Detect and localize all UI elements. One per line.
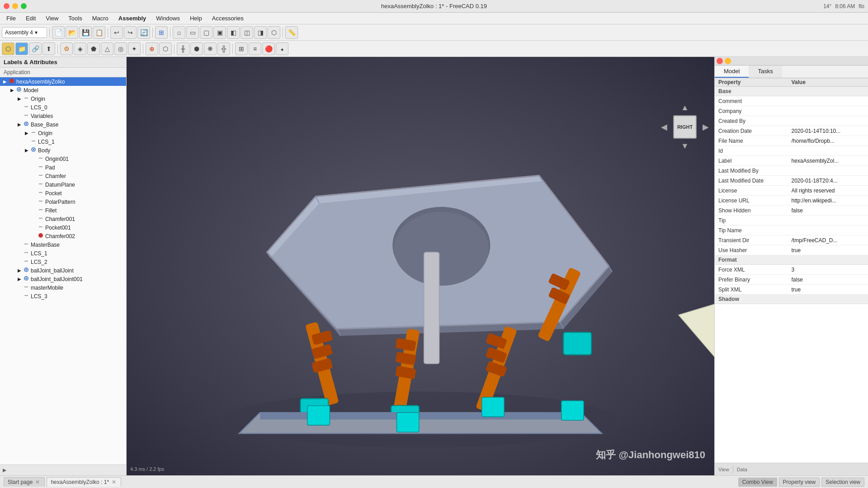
prop-row-created-by[interactable]: Created By: [715, 116, 868, 126]
prop-row-use-hasher[interactable]: Use Hashertrue: [715, 245, 868, 255]
menu-edit[interactable]: Edit: [21, 14, 40, 23]
tree-arrow-Origin[interactable]: ▶: [16, 96, 23, 101]
menu-assembly[interactable]: Assembly: [114, 14, 151, 23]
assembly-btn-1[interactable]: ⚙: [60, 42, 73, 55]
assembly-btn-5[interactable]: ◎: [114, 42, 127, 55]
menu-windows[interactable]: Windows: [151, 14, 184, 23]
3d-viewport[interactable]: ▲ ▼ ◀ ▶ RIGHT 4.3 ms / 2.2 fps 知乎 @Jianh…: [127, 57, 714, 475]
tree-arrow-ballJoint_ballJoint001[interactable]: ▶: [16, 277, 23, 282]
sim-btn-2[interactable]: ⬢: [190, 42, 203, 55]
assembly-tab[interactable]: hexaAssemblyZolko : 1* ✕: [47, 477, 121, 487]
extra-btn-4[interactable]: ⬥: [276, 42, 288, 55]
maximize-button[interactable]: [21, 3, 27, 9]
view-home-button[interactable]: ⌂: [173, 26, 185, 39]
prop-row-tip[interactable]: Tip: [715, 216, 868, 225]
right-panel-close[interactable]: [717, 58, 723, 64]
refresh-button[interactable]: 🔄: [137, 26, 150, 39]
tree-item-Chamfer001[interactable]: Chamfer001: [0, 215, 126, 223]
prop-row-license[interactable]: LicenseAll rights reserved: [715, 186, 868, 196]
property-view-button[interactable]: Property view: [779, 478, 820, 487]
start-page-close[interactable]: ✕: [34, 479, 41, 485]
start-page-tab[interactable]: Start page ✕: [4, 477, 45, 487]
prop-row-last-modified-by[interactable]: Last Modified By: [715, 166, 868, 176]
tree-item-LCS_3[interactable]: LCS_3: [0, 292, 126, 300]
save-all-button[interactable]: 📋: [93, 26, 105, 39]
prop-row-tip-name[interactable]: Tip Name: [715, 225, 868, 235]
tree-arrow-Origin2[interactable]: ▶: [24, 131, 30, 136]
tree-item-Chamfer[interactable]: Chamfer: [0, 172, 126, 180]
tree-item-Pocket001[interactable]: Pocket001: [0, 223, 126, 232]
measure-button[interactable]: 📏: [285, 26, 298, 39]
combo-view-button[interactable]: Combo View: [738, 478, 777, 487]
link-button[interactable]: 🔗: [29, 42, 42, 55]
nav-right-arrow[interactable]: ▶: [703, 122, 709, 132]
tree-item-LCS_2[interactable]: LCS_2: [0, 258, 126, 266]
view-iso-button[interactable]: ⬡: [268, 26, 280, 39]
assembly-btn-3[interactable]: ⬟: [87, 42, 100, 55]
assembly-btn-8[interactable]: ⬡: [159, 42, 172, 55]
prop-row-show-hidden[interactable]: Show Hiddenfalse: [715, 206, 868, 216]
sim-btn-4[interactable]: ╬: [217, 42, 230, 55]
view-rear-button[interactable]: ◧: [227, 26, 240, 39]
tree-item-LCS_1[interactable]: LCS_1: [0, 137, 126, 146]
prop-row-file-name[interactable]: File Name/home/flo/Dropb...: [715, 136, 868, 146]
prop-row-label[interactable]: LabelhexaAssemblyZol...: [715, 156, 868, 166]
view-front-button[interactable]: ▭: [186, 26, 199, 39]
folder-button[interactable]: 📁: [15, 42, 28, 55]
assembly-btn-4[interactable]: △: [101, 42, 113, 55]
selection-view-button[interactable]: Selection view: [821, 478, 864, 487]
tree-item-MasterBase[interactable]: MasterBase: [0, 240, 126, 249]
tree-item-ballJoint_ballJoint[interactable]: ▶ballJoint_ballJoint: [0, 266, 126, 275]
nav-down-arrow[interactable]: ▼: [681, 141, 689, 151]
close-button[interactable]: [4, 3, 9, 9]
extra-btn-3[interactable]: 🔴: [262, 42, 275, 55]
tree-item-LCS_0[interactable]: LCS_0: [0, 103, 126, 112]
assembly-btn-2[interactable]: ◈: [74, 42, 86, 55]
navigation-cube[interactable]: ▲ ▼ ◀ ▶ RIGHT: [665, 107, 705, 147]
tree-item-hexaAssemblyZolko[interactable]: ▶hexaAssemblyZolko: [0, 77, 126, 86]
menu-tools[interactable]: Tools: [64, 14, 86, 23]
tab-model[interactable]: Model: [715, 66, 749, 78]
minimize-button[interactable]: [12, 3, 18, 9]
view-left-button[interactable]: ◨: [254, 26, 267, 39]
assembly-btn-6[interactable]: ✦: [128, 42, 141, 55]
sim-btn-3[interactable]: ❋: [204, 42, 217, 55]
tree-item-Base_Base[interactable]: ▶Base_Base: [0, 120, 126, 129]
tree-item-Origin[interactable]: ▶Origin: [0, 94, 126, 103]
prop-row-transient-dir[interactable]: Transient Dir/tmp/FreeCAD_D...: [715, 235, 868, 245]
tree-arrow-Body[interactable]: ▶: [24, 148, 30, 153]
tree-arrow-Model[interactable]: ▶: [9, 88, 15, 93]
prop-row-company[interactable]: Company: [715, 106, 868, 116]
nav-up-arrow[interactable]: ▲: [681, 103, 689, 113]
tree-item-Variables[interactable]: Variables: [0, 112, 126, 120]
menu-accessories[interactable]: Accessories: [208, 14, 248, 23]
prop-row-prefer-binary[interactable]: Prefer Binaryfalse: [715, 275, 868, 285]
tree-item-Pocket[interactable]: Pocket: [0, 189, 126, 197]
prop-row-split-xml[interactable]: Split XMLtrue: [715, 285, 868, 295]
part-button[interactable]: ⬡: [2, 42, 14, 55]
tree-item-Origin2[interactable]: ▶Origin: [0, 129, 126, 137]
menu-help[interactable]: Help: [185, 14, 207, 23]
menu-file[interactable]: File: [2, 14, 20, 23]
prop-row-license-url[interactable]: License URLhttp://en.wikipedi...: [715, 196, 868, 206]
redo-button[interactable]: ↪: [124, 26, 137, 39]
import-button[interactable]: ⬆: [42, 42, 55, 55]
prop-row-last-modified-date[interactable]: Last Modified Date2020-01-18T20:4...: [715, 176, 868, 186]
open-file-button[interactable]: 📂: [66, 26, 78, 39]
prop-row-force-xml[interactable]: Force XML3: [715, 265, 868, 275]
tree-arrow-hexaAssemblyZolko[interactable]: ▶: [2, 79, 8, 84]
tree-item-PolarPattern[interactable]: PolarPattern: [0, 197, 126, 206]
view-bottom-button[interactable]: ◫: [241, 26, 253, 39]
nav-cube-face-right[interactable]: RIGHT: [673, 115, 697, 139]
tree-item-Pad[interactable]: Pad: [0, 163, 126, 172]
save-button[interactable]: 💾: [79, 26, 92, 39]
tab-tasks[interactable]: Tasks: [749, 66, 782, 78]
sim-btn-1[interactable]: ╫: [177, 42, 189, 55]
tree-arrow-Base_Base[interactable]: ▶: [16, 122, 23, 127]
tree-item-masterMobile[interactable]: masterMobile: [0, 283, 126, 292]
right-panel-minimize[interactable]: [725, 58, 731, 64]
tree-item-DatumPlane[interactable]: DatumPlane: [0, 180, 126, 189]
tree-item-Fillet[interactable]: Fillet: [0, 206, 126, 215]
workbench-dropdown[interactable]: Assembly 4 ▾: [2, 27, 47, 38]
extra-btn-2[interactable]: ≡: [249, 42, 261, 55]
